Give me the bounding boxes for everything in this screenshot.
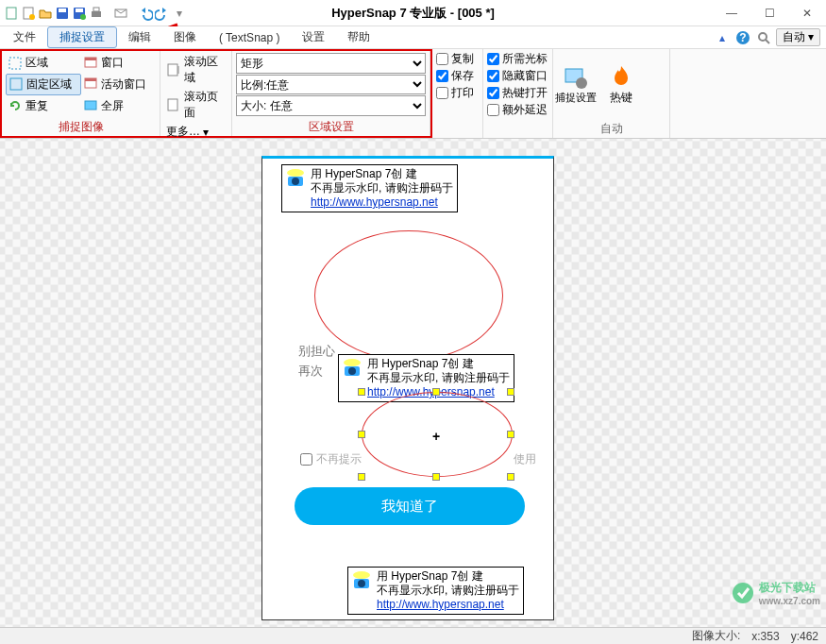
chk-extra[interactable]: 额外延迟: [487, 102, 548, 118]
gear-image-icon: [563, 64, 589, 91]
ratio-select[interactable]: 比例:任意: [236, 75, 426, 95]
new-icon[interactable]: [21, 6, 36, 21]
scroll-region[interactable]: 滚动区域: [164, 53, 228, 87]
menu-help[interactable]: 帮助: [336, 27, 381, 47]
auto-dropdown[interactable]: 自动 ▾: [776, 28, 820, 46]
chk-hidewin[interactable]: 隐藏窗口: [487, 68, 548, 84]
svg-rect-23: [85, 101, 96, 110]
ribbon-group-save: 复制 保存 打印: [432, 49, 483, 138]
watermark-link[interactable]: http://www.hypersnap.net: [311, 195, 438, 209]
svg-point-27: [576, 77, 587, 89]
svg-point-15: [759, 33, 767, 41]
svg-rect-22: [85, 78, 96, 81]
menu-bar: 文件 捕捉设置 编辑 图像 ( TextSnap ) 设置 帮助 ▴ ? 自动 …: [0, 26, 826, 49]
capture-region[interactable]: 区域: [6, 53, 81, 74]
selection-handle-sw[interactable]: [358, 473, 365, 481]
maximize-button[interactable]: ☐: [750, 0, 788, 26]
capture-settings-button[interactable]: 捕捉设置: [553, 49, 598, 120]
noshow-checkbox[interactable]: 不再提示: [300, 451, 362, 467]
status-y: y:462: [791, 630, 818, 643]
dropdown-icon[interactable]: ▾: [172, 6, 187, 21]
chk-copy[interactable]: 复制: [436, 51, 479, 67]
selection-handle-w[interactable]: [358, 431, 365, 438]
capture-window[interactable]: 窗口: [81, 53, 157, 74]
selection-handle-nw[interactable]: [358, 388, 365, 396]
svg-rect-20: [10, 78, 22, 90]
ribbon-group-scroll: 滚动区域 滚动页面 更多… ▾: [160, 51, 232, 136]
bg-text-2: 再次: [298, 363, 323, 380]
save-icon[interactable]: [55, 6, 70, 21]
svg-rect-24: [168, 64, 177, 76]
capture-active-window[interactable]: 活动窗口: [81, 74, 157, 96]
camera-icon: [284, 167, 307, 190]
site-watermark: 极光下载站www.xz7.com: [731, 580, 820, 606]
svg-rect-4: [59, 8, 66, 12]
chevron-up-icon[interactable]: ▴: [714, 29, 731, 46]
selection-handle-ne[interactable]: [507, 388, 514, 396]
email-icon[interactable]: [113, 6, 128, 21]
menu-capture[interactable]: 捕捉设置: [47, 26, 117, 48]
redo-icon[interactable]: [155, 6, 170, 21]
menu-image[interactable]: 图像: [162, 27, 208, 47]
ribbon-group-auto: 捕捉设置 热键 自动: [553, 49, 670, 138]
capture-fixed[interactable]: 固定区域: [6, 74, 81, 96]
print-icon[interactable]: [89, 6, 104, 21]
menu-edit[interactable]: 编辑: [117, 27, 162, 47]
camera-icon: [350, 569, 373, 592]
window-controls: ― ☐ ✕: [713, 0, 826, 26]
watermark-3: 用 HyperSnap 7创 建不再显示水印, 请购注册码于http://www…: [347, 567, 524, 615]
svg-point-37: [733, 583, 753, 603]
svg-point-28: [287, 169, 304, 177]
svg-line-16: [766, 40, 769, 43]
group-label-image: 捕捉图像: [2, 118, 160, 136]
document: 用 HyperSnap 7创 建不再显示水印, 请购注册码于http://www…: [261, 156, 554, 620]
selection-handle-e[interactable]: [507, 431, 514, 438]
close-button[interactable]: ✕: [788, 0, 826, 26]
svg-point-2: [29, 14, 35, 20]
selection-handle-se[interactable]: [507, 473, 514, 481]
hotkey-button[interactable]: 热键: [598, 49, 644, 120]
menu-setup[interactable]: 设置: [291, 27, 336, 47]
svg-point-31: [344, 359, 361, 366]
open-icon[interactable]: [38, 6, 53, 21]
svg-text:?: ?: [739, 31, 746, 44]
camera-icon: [341, 357, 363, 380]
undo-icon[interactable]: [138, 6, 153, 21]
menu-textsnap[interactable]: ( TextSnap ): [208, 29, 291, 46]
svg-point-30: [292, 178, 299, 185]
logo-icon: [731, 581, 755, 605]
center-cross-icon: +: [432, 429, 440, 444]
document-icon[interactable]: [4, 6, 19, 21]
svg-rect-25: [168, 99, 177, 110]
chk-hotkeyon[interactable]: 热键打开: [487, 85, 548, 101]
capture-repeat[interactable]: 重复: [6, 95, 81, 116]
capture-fullscreen[interactable]: 全屏: [81, 95, 157, 116]
group-label-auto: 自动: [553, 120, 669, 138]
shape-select[interactable]: 矩形: [236, 53, 426, 74]
chk-cursor[interactable]: 所需光标: [487, 51, 548, 67]
flame-icon: [608, 63, 634, 90]
ribbon-group-hide: 所需光标 隐藏窗口 热键打开 额外延迟: [483, 49, 553, 138]
svg-rect-19: [85, 58, 96, 60]
group-label-region: 区域设置: [232, 118, 430, 136]
ok-button[interactable]: 我知道了: [295, 487, 525, 525]
minimize-button[interactable]: ―: [713, 0, 750, 26]
save-as-icon[interactable]: [72, 6, 87, 21]
size-select[interactable]: 大小: 任意: [236, 95, 426, 116]
scroll-page[interactable]: 滚动页面: [164, 88, 228, 122]
svg-rect-0: [7, 8, 16, 19]
watermark-link[interactable]: http://www.hypersnap.net: [377, 598, 504, 611]
search-icon[interactable]: [755, 29, 772, 46]
help-icon[interactable]: ?: [734, 29, 751, 46]
menu-file[interactable]: 文件: [2, 27, 47, 47]
selection-handle-s[interactable]: [432, 473, 440, 481]
chk-save[interactable]: 保存: [436, 68, 479, 84]
canvas-area[interactable]: 用 HyperSnap 7创 建不再显示水印, 请购注册码于http://www…: [0, 139, 826, 627]
svg-point-33: [348, 367, 356, 375]
ellipse-shape-1[interactable]: [314, 230, 503, 361]
svg-point-34: [353, 571, 370, 579]
svg-rect-8: [92, 11, 101, 17]
chk-print[interactable]: 打印: [436, 85, 479, 101]
svg-rect-17: [9, 58, 21, 69]
selection-handle-n[interactable]: [432, 388, 440, 396]
